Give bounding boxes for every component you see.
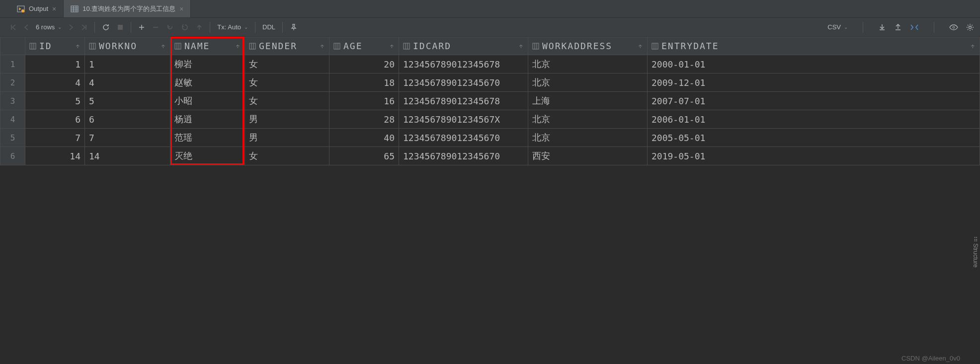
cell-workaddress[interactable]: 西安 [528, 147, 648, 165]
table-row[interactable]: 244赵敏女18123456789012345670北京2009-12-01 [0, 73, 980, 92]
cell-idcard[interactable]: 123456789012345670 [399, 129, 528, 147]
cell-age[interactable]: 65 [329, 147, 399, 165]
rownum-header [0, 37, 25, 55]
rows-count[interactable]: 6 rows⌄ [36, 23, 62, 31]
cell-workno[interactable]: 6 [85, 110, 170, 129]
cell-name[interactable]: 灭绝 [170, 147, 245, 165]
upload-icon[interactable] [894, 23, 902, 31]
pin-icon[interactable] [290, 23, 298, 31]
cell-id[interactable]: 5 [25, 92, 85, 110]
col-workno[interactable]: WORKNO÷ [85, 37, 170, 55]
cell-idcard[interactable]: 123456789012345678 [399, 55, 528, 73]
revert-icon[interactable] [166, 23, 174, 31]
cell-workaddress[interactable]: 北京 [528, 110, 648, 129]
col-entrydate[interactable]: ENTRYDATE÷ [648, 37, 980, 55]
row-number: 5 [0, 129, 25, 147]
download-icon[interactable] [878, 23, 886, 31]
tab-query[interactable]: 10.查询姓名为两个字的员工信息 × [64, 0, 191, 17]
commit-icon[interactable] [181, 23, 189, 31]
col-age[interactable]: AGE÷ [329, 37, 399, 55]
structure-panel-tab[interactable]: Structure [972, 243, 979, 268]
ddl-button[interactable]: DDL [262, 23, 275, 31]
cell-gender[interactable]: 女 [245, 55, 329, 73]
eye-icon[interactable] [949, 24, 958, 31]
close-icon[interactable]: × [179, 5, 183, 13]
cell-gender[interactable]: 男 [245, 129, 329, 147]
cell-idcard[interactable]: 123456789012345670 [399, 147, 528, 165]
tab-output[interactable]: Output × [10, 0, 64, 17]
cell-name[interactable]: 杨逍 [170, 110, 245, 129]
cell-workno[interactable]: 4 [85, 73, 170, 92]
cell-age[interactable]: 18 [329, 73, 399, 92]
cell-gender[interactable]: 男 [245, 110, 329, 129]
cell-entrydate[interactable]: 2005-05-01 [648, 129, 980, 147]
gear-icon[interactable] [966, 23, 974, 31]
cell-idcard[interactable]: 123456789012345670 [399, 73, 528, 92]
cell-entrydate[interactable]: 2000-01-01 [648, 55, 980, 73]
prev-page-icon[interactable] [24, 24, 29, 31]
reload-icon[interactable] [102, 23, 110, 31]
cell-workno[interactable]: 14 [85, 147, 170, 165]
col-workaddress[interactable]: WORKADDRESS÷ [528, 37, 648, 55]
cell-id[interactable]: 6 [25, 110, 85, 129]
cell-age[interactable]: 20 [329, 55, 399, 73]
table-row[interactable]: 466杨逍男2812345678901234567X北京2006-01-01 [0, 110, 980, 129]
row-number: 3 [0, 92, 25, 110]
cell-age[interactable]: 16 [329, 92, 399, 110]
remove-row-icon[interactable] [152, 24, 159, 31]
cell-id[interactable]: 7 [25, 129, 85, 147]
cell-entrydate[interactable]: 2009-12-01 [648, 73, 980, 92]
cell-gender[interactable]: 女 [245, 147, 329, 165]
sort-icon[interactable]: ÷ [971, 43, 976, 50]
cell-workaddress[interactable]: 北京 [528, 129, 648, 147]
table-row[interactable]: 355小昭女16123456789012345678上海2007-07-01 [0, 92, 980, 110]
cell-gender[interactable]: 女 [245, 73, 329, 92]
cell-gender[interactable]: 女 [245, 92, 329, 110]
cell-idcard[interactable]: 12345678901234567X [399, 110, 528, 129]
add-row-icon[interactable] [138, 24, 145, 31]
cell-id[interactable]: 14 [25, 147, 85, 165]
cell-workaddress[interactable]: 上海 [528, 92, 648, 110]
table-row[interactable]: 111柳岩女20123456789012345678北京2000-01-01 [0, 55, 980, 73]
sort-icon[interactable]: ÷ [519, 43, 524, 50]
submit-icon[interactable] [196, 24, 203, 31]
compare-icon[interactable] [910, 23, 919, 31]
cell-idcard[interactable]: 123456789012345678 [399, 92, 528, 110]
cell-entrydate[interactable]: 2006-01-01 [648, 110, 980, 129]
col-id[interactable]: ID÷ [25, 37, 85, 55]
cell-name[interactable]: 赵敏 [170, 73, 245, 92]
cell-name[interactable]: 范瑶 [170, 129, 245, 147]
col-gender[interactable]: GENDER÷ [245, 37, 329, 55]
stop-icon[interactable] [117, 24, 124, 31]
col-name[interactable]: NAME÷ [170, 37, 245, 55]
sort-icon[interactable]: ÷ [76, 43, 81, 50]
last-page-icon[interactable] [81, 24, 87, 31]
cell-workno[interactable]: 5 [85, 92, 170, 110]
sort-icon[interactable]: ÷ [321, 43, 325, 50]
table-row[interactable]: 61414灭绝女65123456789012345670西安2019-05-01 [0, 147, 980, 165]
cell-name[interactable]: 小昭 [170, 92, 245, 110]
cell-workaddress[interactable]: 北京 [528, 73, 648, 92]
cell-age[interactable]: 40 [329, 129, 399, 147]
sort-icon[interactable]: ÷ [162, 43, 166, 50]
table-row[interactable]: 577范瑶男40123456789012345670北京2005-05-01 [0, 129, 980, 147]
sort-icon[interactable]: ÷ [639, 43, 643, 50]
cell-id[interactable]: 4 [25, 73, 85, 92]
svg-point-9 [969, 26, 972, 28]
sort-icon[interactable]: ÷ [390, 43, 395, 50]
tx-mode[interactable]: Tx: Auto⌄ [217, 23, 248, 31]
sort-icon[interactable]: ÷ [236, 43, 241, 50]
close-icon[interactable]: × [52, 5, 56, 13]
first-page-icon[interactable] [10, 24, 17, 31]
cell-workaddress[interactable]: 北京 [528, 55, 648, 73]
cell-workno[interactable]: 7 [85, 129, 170, 147]
col-idcard[interactable]: IDCARD÷ [399, 37, 528, 55]
cell-age[interactable]: 28 [329, 110, 399, 129]
cell-entrydate[interactable]: 2019-05-01 [648, 147, 980, 165]
export-format[interactable]: CSV⌄ [827, 23, 848, 31]
cell-name[interactable]: 柳岩 [170, 55, 245, 73]
cell-id[interactable]: 1 [25, 55, 85, 73]
cell-workno[interactable]: 1 [85, 55, 170, 73]
next-page-icon[interactable] [69, 24, 74, 31]
cell-entrydate[interactable]: 2007-07-01 [648, 92, 980, 110]
